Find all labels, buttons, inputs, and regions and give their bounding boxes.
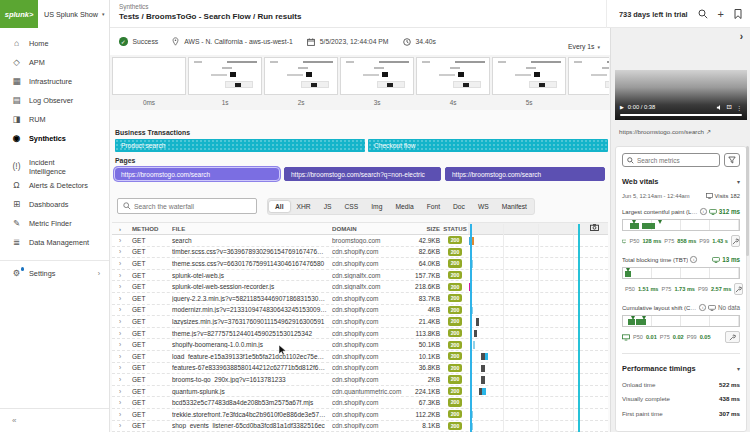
row-expand-icon[interactable]: › <box>112 318 132 325</box>
filmstrip-frame[interactable]: 1s <box>188 57 262 106</box>
sidebar-collapse-button[interactable]: « <box>0 408 109 432</box>
table-row[interactable]: › GET timber.scss.css?v=3639678930296154… <box>112 247 608 259</box>
row-expand-icon[interactable]: › <box>112 260 132 267</box>
sidebar-item[interactable]: ◉ Synthetics <box>0 129 109 148</box>
sidebar-item[interactable]: ◇ APM <box>0 53 109 72</box>
row-expand-icon[interactable]: › <box>112 283 132 290</box>
col-file[interactable]: FILE <box>172 225 332 232</box>
table-row[interactable]: › GET modernizr.min.js?v=213310947483064… <box>112 305 608 317</box>
kebab-menu-icon[interactable]: ⋮ <box>736 104 742 111</box>
table-row[interactable]: › GET quantum-splunk.js cdn.quantummetri… <box>112 386 608 398</box>
filmstrip-frame[interactable]: 0ms <box>112 57 186 106</box>
table-row[interactable]: › GET shop_events_listener-65cd0ba3fcd81… <box>112 421 608 432</box>
panel-expand-icon[interactable]: › <box>740 31 743 42</box>
fullscreen-icon[interactable]: ⊡ <box>727 103 732 111</box>
resource-filter-pill[interactable]: XHR <box>291 201 317 212</box>
resource-filter-pill[interactable]: Media <box>389 201 419 212</box>
metrics-search-input[interactable] <box>637 157 715 164</box>
row-expand-icon[interactable]: › <box>112 422 132 429</box>
web-vitals-header[interactable]: Web vitals ▾ <box>622 177 740 186</box>
workspace-switcher[interactable]: US Splunk Show ▾ <box>44 10 104 19</box>
col-method[interactable]: METHOD <box>132 225 172 232</box>
play-icon[interactable]: ▶ <box>620 104 624 110</box>
filmstrip-frame[interactable]: 5s <box>492 57 566 106</box>
resource-filter-pill[interactable]: JS <box>318 201 338 212</box>
table-row[interactable]: › GET theme.scss.css?v=66301767599114304… <box>112 258 608 270</box>
info-icon[interactable]: i <box>700 208 707 215</box>
table-row[interactable]: › GET features-67e83396388580144212c6277… <box>112 363 608 375</box>
row-expand-icon[interactable]: › <box>112 388 132 395</box>
info-icon[interactable]: i <box>699 304 706 311</box>
info-icon[interactable]: i <box>690 256 697 263</box>
table-row[interactable]: › GET bcd5332e5c77483d8a4de208b53m2575a6… <box>112 397 608 409</box>
row-expand-icon[interactable]: › <box>112 411 132 418</box>
page-url-link[interactable]: https://broomstogo.com/search ↗ <box>619 128 711 135</box>
sidebar-item[interactable]: ⚙ Settings › <box>0 260 109 286</box>
sidebar-item[interactable]: Ω Alerts & Detectors <box>0 176 109 195</box>
table-row[interactable]: › GET brooms-to-go_290x.jpg?v=1613781233… <box>112 374 608 386</box>
filmstrip-frame[interactable]: 2s <box>264 57 338 106</box>
sidebar-item[interactable]: ✎ Metric Finder <box>0 214 109 233</box>
row-expand-icon[interactable]: › <box>112 376 132 383</box>
transaction-bar[interactable]: Product search <box>115 139 365 152</box>
table-row[interactable]: › GET search broomstogo.com 42.9KB 200 <box>112 235 608 247</box>
sidebar-item[interactable]: ◨ RUM <box>0 110 109 129</box>
scrollbar[interactable] <box>746 146 749 256</box>
run-video-player[interactable]: ▶ 0:00 / 0:38 ⊡ ⋮ <box>615 70 747 120</box>
table-row[interactable]: › GET load_feature-e15a39133f1e5b5fa21dc… <box>112 351 608 363</box>
page-bar[interactable]: https://broomstogo.com/search?q=non-elec… <box>284 167 441 181</box>
metrics-filter-button[interactable] <box>724 153 740 167</box>
sidebar-item[interactable]: (!) Incident Intelligence <box>0 157 109 176</box>
row-expand-icon[interactable]: › <box>112 306 132 313</box>
row-expand-icon[interactable]: › <box>112 330 132 337</box>
col-domain[interactable]: DOMAIN <box>332 225 414 232</box>
resource-filter-pill[interactable]: CSS <box>338 201 364 212</box>
filmstrip-frame[interactable]: 4s <box>416 57 490 106</box>
filmstrip-interval-select[interactable]: Every 1s ▾ <box>568 43 600 50</box>
waterfall-search[interactable] <box>117 198 257 214</box>
resource-filter-pill[interactable]: Font <box>421 201 446 212</box>
row-expand-icon[interactable]: › <box>112 237 132 244</box>
wrench-icon[interactable] <box>734 283 743 295</box>
table-row[interactable]: › GET theme.js?v=82775751244014590251530… <box>112 328 608 340</box>
resource-filter-pill[interactable]: Manifest <box>496 201 533 212</box>
row-expand-icon[interactable]: › <box>112 295 132 302</box>
page-bar[interactable]: https://broomstogo.com/search <box>114 167 280 181</box>
wrench-icon[interactable] <box>725 331 740 343</box>
row-expand-icon[interactable]: › <box>112 272 132 279</box>
sidebar-item[interactable]: ≣ Data Management <box>0 233 109 252</box>
row-expand-icon[interactable]: › <box>112 399 132 406</box>
wrench-icon[interactable] <box>731 235 740 247</box>
search-icon[interactable] <box>698 9 708 19</box>
volume-icon[interactable] <box>716 104 723 111</box>
transaction-bar[interactable]: Checkout flow <box>368 139 608 152</box>
table-row[interactable]: › GET jquery-2.2.3.min.js?v=582118534469… <box>112 293 608 305</box>
add-icon[interactable]: + <box>718 9 724 20</box>
waterfall-search-input[interactable] <box>134 203 251 210</box>
sidebar-item[interactable]: ▦ Infrastructure <box>0 72 109 91</box>
row-expand-icon[interactable]: › <box>112 248 132 255</box>
resource-filter-pill[interactable]: All <box>269 201 290 212</box>
metrics-search[interactable] <box>622 153 720 167</box>
performance-timings-header[interactable]: Performance timings ▾ <box>622 364 740 373</box>
resource-filter-pill[interactable]: Img <box>365 201 388 212</box>
row-expand-icon[interactable]: › <box>112 341 132 348</box>
screenshot-camera-icon[interactable] <box>590 224 599 231</box>
row-expand-icon[interactable]: › <box>112 353 132 360</box>
sidebar-item[interactable]: ▤ Log Observer <box>0 91 109 110</box>
expand-all-icon[interactable]: › <box>112 225 132 232</box>
filmstrip-frame[interactable]: 3s <box>340 57 414 106</box>
resource-filter-pill[interactable]: WS <box>472 201 495 212</box>
table-row[interactable]: › GET splunk-otel-web-session-recorder.j… <box>112 281 608 293</box>
page-bar[interactable]: https://broomstogo.com/search <box>445 167 605 181</box>
col-status[interactable]: STATUS <box>442 225 468 232</box>
filmstrip-frame[interactable] <box>568 57 609 106</box>
resource-filter-pill[interactable]: Doc <box>447 201 471 212</box>
table-row[interactable]: › GET lazysizes.min.js?v=376317609011154… <box>112 316 608 328</box>
row-expand-icon[interactable]: › <box>112 364 132 371</box>
bookmark-icon[interactable] <box>734 9 742 19</box>
table-row[interactable]: › GET splunk-otel-web.js cdn.signalfx.co… <box>112 270 608 282</box>
col-size[interactable]: SIZE <box>414 225 442 232</box>
table-row[interactable]: › GET trekkie.storefront.7e3fdca4bc2b961… <box>112 409 608 421</box>
sidebar-item[interactable]: ⊞ Dashboards <box>0 195 109 214</box>
